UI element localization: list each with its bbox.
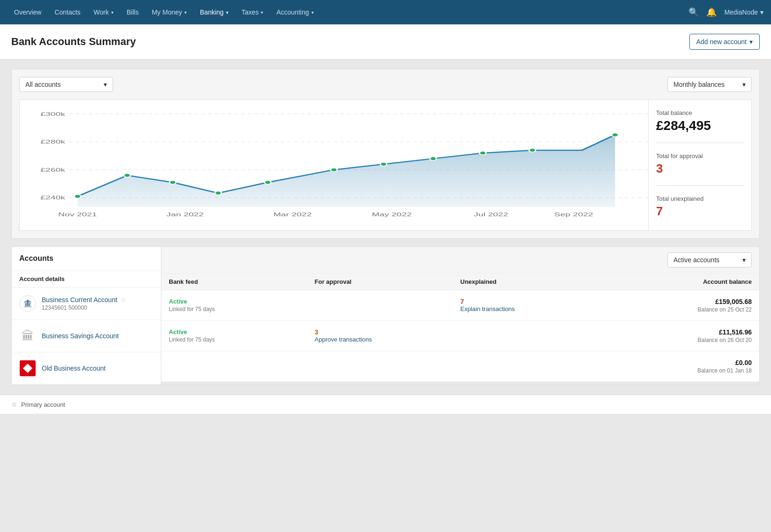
svg-text:Jul 2022: Jul 2022 [474,212,508,217]
chevron-down-icon: ▾ [104,81,107,88]
account-row-business-current[interactable]: 🏦 Business Current Account ☆ 12345601 50… [12,288,161,320]
chart-stats: Total balance £284,495 Total for approva… [649,99,752,231]
star-icon-business-current[interactable]: ☆ [120,296,126,304]
chevron-down-icon: ▾ [226,10,228,15]
svg-text:£280k: £280k [40,139,65,145]
account-info-business-current: Business Current Account ☆ 12345601 5000… [42,296,153,311]
svg-point-10 [124,174,130,177]
nav-right: 🔍 🔔 MediaNode ▾ [688,7,763,17]
balance-1: £11,516.96 [606,328,752,336]
chevron-down-icon: ▾ [760,8,763,16]
nav-items: Overview Contacts Work▾ Bills My Money▾ … [8,0,688,24]
account-name-business-current[interactable]: Business Current Account [42,296,117,304]
main-content: All accounts ▾ Monthly balances ▾ £300k [0,60,771,395]
main-nav: Overview Contacts Work▾ Bills My Money▾ … [0,0,771,24]
svg-text:Nov 2021: Nov 2021 [58,212,97,217]
chevron-down-icon: ▾ [111,10,113,15]
account-row-old-business[interactable]: Old Business Account [12,352,161,385]
svg-text:🏦: 🏦 [23,299,32,308]
svg-point-14 [331,168,337,172]
balance-2: £0.00 [606,359,752,366]
accounts-section: Accounts Account details 🏦 Business Curr… [11,246,760,385]
total-unexplained-label: Total unexplained [656,195,744,202]
footer-text: Primary account [21,401,65,408]
accounts-section-title: Accounts [19,254,153,263]
add-account-button[interactable]: Add new account ▾ [689,34,760,50]
col-balance: Account balance [606,278,752,285]
account-row-business-savings[interactable]: 🏛 Business Savings Account [12,320,161,352]
nav-item-mymoney[interactable]: My Money▾ [145,0,194,24]
chevron-down-icon: ▾ [742,81,746,88]
table-col-headers: Bank feed For approval Unexplained Accou… [161,274,759,290]
table-row-business-savings: Active Linked for 75 days 3 Approve tran… [161,321,759,351]
accounts-filter-dropdown[interactable]: All accounts ▾ [19,77,113,92]
approval-link-1[interactable]: Approve transactions [315,336,461,343]
bank-feed-cell-1: Active Linked for 75 days [169,328,315,343]
account-details-col-header: Account details [12,271,161,288]
approval-count-1: 3 [315,328,461,336]
approval-cell-1: 3 Approve transactions [315,328,461,343]
total-unexplained-value: 7 [656,204,744,219]
total-balance-label: Total balance [656,109,744,116]
svg-point-19 [612,133,618,137]
view-type-dropdown[interactable]: Monthly balances ▾ [667,77,752,92]
search-icon[interactable]: 🔍 [688,7,699,17]
svg-point-13 [265,181,271,184]
nav-item-work[interactable]: Work▾ [87,0,120,24]
account-info-old-business: Old Business Account [42,365,153,372]
active-accounts-dropdown[interactable]: Active accounts ▾ [667,252,752,267]
table-header-bar: Active accounts ▾ [161,247,759,274]
bank-feed-linked-1: Linked for 75 days [169,336,315,343]
balance-date-1: Balance on 26 Oct 20 [606,337,752,343]
nav-item-bills[interactable]: Bills [120,0,145,24]
svg-text:Jan 2022: Jan 2022 [166,212,204,217]
nav-item-banking[interactable]: Banking▾ [193,0,235,24]
accounts-table: Active accounts ▾ Bank feed For approval… [161,246,760,385]
unexplained-cell-0: 7 Explain transactions [461,298,606,312]
chart-area: £300k £280k £260k £240k [19,99,649,231]
svg-point-9 [74,195,81,198]
nav-item-contacts[interactable]: Contacts [48,0,87,24]
svg-point-17 [479,151,486,155]
primary-star-icon: ☆ [11,401,17,408]
nav-item-accounting[interactable]: Accounting▾ [270,0,320,24]
col-bank-feed: Bank feed [169,278,315,285]
accounts-sidebar: Accounts Account details 🏦 Business Curr… [11,246,161,385]
footer: ☆ Primary account [0,395,771,414]
unexplained-link-0[interactable]: Explain transactions [461,305,606,312]
table-row-old-business: £0.00 Balance on 01 Jan 18 [161,351,759,382]
svg-text:£240k: £240k [40,195,65,201]
chevron-down-icon: ▾ [184,10,187,15]
col-approval: For approval [315,278,461,285]
total-balance-value: £284,495 [656,118,744,133]
rbc-bank-icon: 🏦 [19,295,36,312]
chart-body: £300k £280k £260k £240k [19,99,752,231]
bank-feed-status-1: Active [169,328,315,335]
svg-point-18 [529,148,536,152]
bell-icon[interactable]: 🔔 [706,7,717,17]
chevron-down-icon: ▾ [749,38,753,46]
user-menu[interactable]: MediaNode ▾ [724,8,763,16]
svg-point-11 [169,181,176,184]
svg-text:£260k: £260k [40,167,65,173]
total-approval-label: Total for approval [656,152,744,160]
unexplained-count-0: 7 [461,298,606,305]
nav-item-overview[interactable]: Overview [8,0,48,24]
account-name-old-business[interactable]: Old Business Account [42,365,106,372]
svg-point-16 [430,157,437,160]
chevron-down-icon: ▾ [742,256,746,264]
total-approval-value: 3 [656,161,744,176]
chevron-down-icon: ▾ [311,10,314,15]
nav-item-taxes[interactable]: Taxes▾ [235,0,270,24]
svg-point-15 [380,162,387,166]
balance-cell-2: £0.00 Balance on 01 Jan 18 [606,359,752,374]
accounts-sidebar-header: Accounts [12,247,161,271]
account-name-business-savings[interactable]: Business Savings Account [42,332,119,340]
account-number-business-current: 12345601 500000 [42,304,153,311]
balance-cell-1: £11,516.96 Balance on 26 Oct 20 [606,328,752,343]
bank-feed-linked-0: Linked for 75 days [169,306,315,312]
chevron-down-icon: ▾ [261,10,263,15]
svg-point-12 [215,191,221,195]
total-balance-stat: Total balance £284,495 [656,109,744,133]
svg-text:Sep 2022: Sep 2022 [554,212,593,217]
